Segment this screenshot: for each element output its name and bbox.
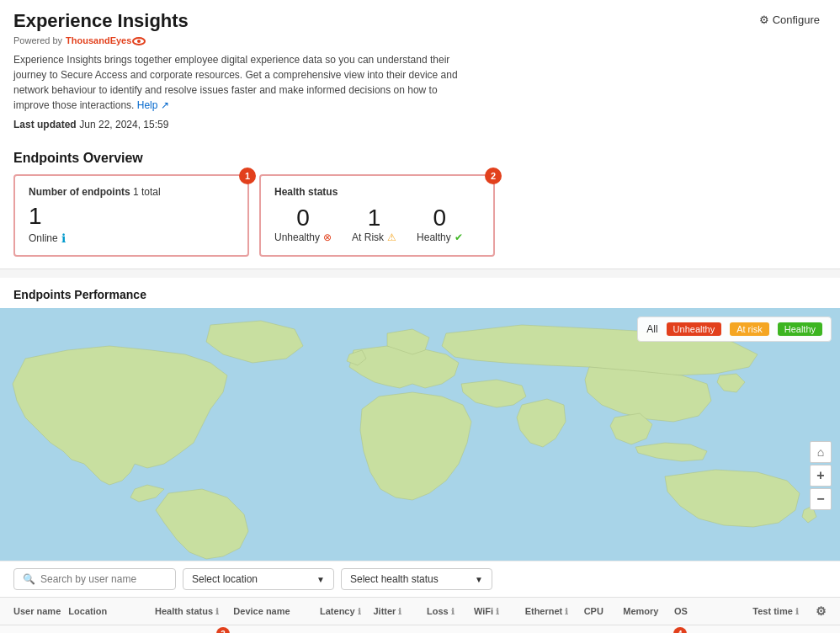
last-updated: Last updated Jun 22, 2024, 15:59 — [13, 118, 468, 130]
world-map: All Unhealthy At risk Healthy ⌂ + − — [0, 308, 840, 561]
endpoints-overview-title: Endpoints Overview — [13, 151, 827, 166]
loss-info-icon[interactable]: ℹ — [451, 607, 455, 616]
table-settings-button[interactable]: ⚙ — [816, 604, 827, 618]
healthy-icon: ✔ — [455, 231, 463, 243]
legend-risk-label: At risk — [730, 322, 769, 336]
powered-by-line: Powered by ThousandEyes — [13, 35, 468, 45]
endpoints-badge: 1 — [239, 168, 256, 184]
th-wifi: WiFi ℹ — [474, 606, 525, 616]
powered-by-label: Powered by — [13, 35, 62, 45]
help-link[interactable]: Help ↗ — [137, 99, 169, 111]
wifi-info-icon[interactable]: ℹ — [496, 607, 499, 616]
map-legend: All Unhealthy At risk Healthy — [637, 316, 832, 342]
location-filter[interactable]: Select location ▼ — [183, 568, 334, 590]
brand-name: ThousandEyes — [66, 35, 131, 45]
risk-count: 1 — [352, 205, 396, 231]
legend-all[interactable]: All — [646, 323, 657, 335]
th-loss: Loss ℹ — [427, 606, 474, 616]
search-icon: 🔍 — [23, 573, 35, 585]
th-os: OS — [674, 606, 752, 616]
th-test-time: Test time ℹ — [752, 606, 816, 616]
unhealthy-count: 0 — [274, 205, 332, 231]
healthy-label: Healthy ✔ — [417, 231, 463, 243]
search-input[interactable] — [40, 573, 167, 585]
table-header: User name Location Health status ℹ Devic… — [0, 598, 840, 625]
legend-unhealthy-label: Unhealthy — [667, 322, 722, 336]
th-username: User name — [13, 606, 68, 616]
legend-healthy-label: Healthy — [778, 322, 822, 336]
unhealthy-label: Unhealthy ⊗ — [274, 231, 332, 243]
endpoints-table: User name Location Health status ℹ Devic… — [0, 597, 840, 633]
health-badge: 2 — [485, 168, 502, 184]
health-chevron-icon: ▼ — [475, 575, 483, 584]
healthy-stat: 0 Healthy ✔ — [417, 205, 463, 243]
th-health-status: Health status ℹ — [155, 606, 233, 616]
risk-label: At Risk ⚠ — [352, 231, 396, 243]
th-ethernet: Ethernet ℹ — [525, 606, 584, 616]
health-info-icon[interactable]: ℹ — [215, 607, 219, 616]
performance-section: Endpoints Performance — [0, 278, 840, 633]
table-row: Sergiy Frankfurt am Main, Germany — 3 DE… — [0, 625, 840, 633]
health-status-card: 2 Health status 0 Unhealthy ⊗ 1 At Risk … — [259, 174, 495, 257]
health-card-label: Health status — [274, 186, 480, 198]
overview-cards: 1 Number of endpoints 1 total 1 Online ℹ… — [0, 174, 840, 269]
risk-stat: 1 At Risk ⚠ — [352, 205, 396, 243]
online-status: Online ℹ — [29, 231, 234, 245]
page-title: Experience Insights — [13, 10, 468, 32]
endpoints-card-label: Number of endpoints 1 total — [29, 186, 234, 198]
testtime-info-icon[interactable]: ℹ — [795, 607, 799, 616]
location-placeholder: Select location — [192, 573, 258, 585]
badge-3: 3 — [216, 627, 230, 633]
gear-icon: ⚙ — [759, 13, 769, 26]
map-svg — [0, 308, 840, 561]
health-filter[interactable]: Select health status ▼ — [341, 568, 492, 590]
performance-title: Endpoints Performance — [0, 278, 840, 308]
brand-link[interactable]: ThousandEyes — [66, 35, 146, 45]
map-controls: ⌂ + − — [810, 441, 832, 510]
map-zoom-in-button[interactable]: + — [810, 465, 832, 487]
badge-4: 4 — [673, 627, 687, 633]
ethernet-info-icon[interactable]: ℹ — [565, 607, 568, 616]
online-icon: ℹ — [61, 231, 66, 245]
legend-risk-item[interactable]: At risk — [730, 322, 769, 336]
unhealthy-icon: ⊗ — [323, 231, 332, 243]
configure-button[interactable]: ⚙ Configure — [752, 10, 827, 29]
th-jitter: Jitter ℹ — [374, 606, 427, 616]
search-input-wrapper[interactable]: 🔍 — [13, 568, 176, 590]
map-home-button[interactable]: ⌂ — [810, 441, 832, 463]
te-eye-icon — [132, 37, 146, 45]
latency-info-icon[interactable]: ℹ — [358, 607, 361, 616]
endpoints-card: 1 Number of endpoints 1 total 1 Online ℹ — [13, 174, 249, 257]
description-body: Experience Insights brings together empl… — [13, 54, 458, 111]
th-location: Location — [68, 606, 155, 616]
healthy-count: 0 — [417, 205, 463, 231]
health-placeholder: Select health status — [350, 573, 439, 585]
health-stats: 0 Unhealthy ⊗ 1 At Risk ⚠ 0 H — [274, 205, 480, 243]
endpoints-count: 1 — [29, 205, 234, 228]
unhealthy-stat: 0 Unhealthy ⊗ — [274, 205, 332, 243]
th-latency: Latency ℹ — [320, 606, 373, 616]
th-cpu: CPU — [584, 606, 624, 616]
th-device-name: Device name — [233, 606, 320, 616]
filter-bar: 🔍 Select location ▼ Select health status… — [0, 561, 840, 597]
risk-icon: ⚠ — [387, 231, 396, 243]
th-memory: Memory — [623, 606, 674, 616]
map-zoom-out-button[interactable]: − — [810, 488, 832, 510]
location-chevron-icon: ▼ — [316, 575, 325, 584]
legend-unhealthy-item[interactable]: Unhealthy — [667, 322, 722, 336]
description-text: Experience Insights brings together empl… — [13, 52, 468, 113]
jitter-info-icon[interactable]: ℹ — [398, 607, 401, 616]
legend-healthy-item[interactable]: Healthy — [778, 322, 822, 336]
